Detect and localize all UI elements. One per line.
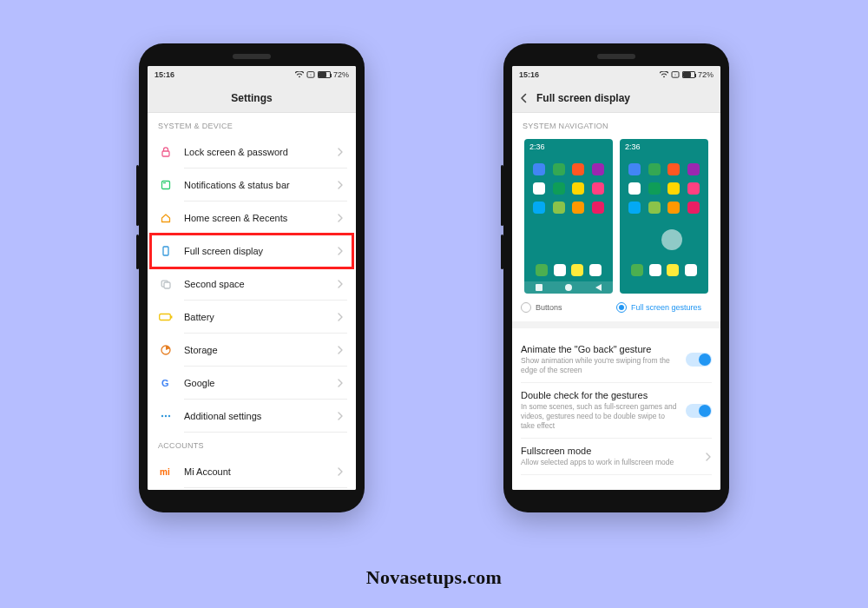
settings-row-google[interactable]: GGoogle	[148, 367, 356, 400]
battery-icon	[156, 313, 175, 321]
google-icon: G	[156, 377, 175, 389]
rotation-icon	[671, 71, 680, 78]
option-double-check-for-the-gestures[interactable]: Double check for the gesturesIn some sce…	[521, 383, 712, 439]
statusbar-time: 15:16	[155, 70, 174, 79]
preview-gestures[interactable]: 2:36	[620, 139, 708, 294]
settings-content[interactable]: SYSTEM & DEVICE Lock screen & passwordNo…	[148, 113, 356, 490]
chevron-right-icon	[337, 467, 347, 476]
settings-row-additional-settings[interactable]: Additional settings	[148, 400, 356, 433]
radio-buttons[interactable]: Buttons	[521, 302, 616, 313]
svg-point-14	[168, 415, 170, 417]
chevron-right-icon	[337, 280, 347, 288]
row-label: Storage	[175, 345, 337, 355]
preview-buttons[interactable]: 2:36	[524, 139, 613, 294]
chevron-left-icon	[519, 93, 529, 103]
row-label: Battery	[175, 312, 337, 322]
nav-radio-group: Buttons Full screen gestures	[521, 302, 712, 313]
notification-icon	[156, 179, 175, 191]
phone-mockup-settings: 15:16 72% Settings SYSTEM & DEVICE Lock …	[139, 43, 365, 512]
chevron-right-icon	[337, 379, 347, 387]
option-subtitle: Allow selected apps to work in fullscree…	[521, 458, 698, 467]
radio-fullscreen-gestures[interactable]: Full screen gestures	[616, 302, 712, 313]
svg-rect-7	[164, 282, 170, 288]
svg-rect-9	[171, 316, 172, 319]
home-icon	[156, 212, 175, 224]
svg-rect-2	[162, 151, 169, 156]
wifi-icon	[660, 71, 668, 78]
titlebar: Settings	[148, 83, 356, 113]
earpiece	[597, 54, 635, 59]
settings-row-full-screen-display[interactable]: Full screen display	[148, 235, 356, 268]
settings-row-lock-screen-password[interactable]: Lock screen & password	[148, 135, 356, 169]
chevron-right-icon	[337, 313, 347, 321]
section-label: ACCOUNTS	[148, 433, 356, 455]
settings-row-storage[interactable]: Storage	[148, 334, 356, 367]
fsd-content[interactable]: SYSTEM NAVIGATION 2:36 2:36	[512, 113, 720, 490]
option-subtitle: Show animation while you're swiping from…	[521, 356, 679, 375]
svg-rect-8	[160, 314, 171, 321]
toggle-switch[interactable]	[686, 353, 712, 367]
svg-point-13	[165, 415, 167, 417]
chevron-right-icon	[337, 412, 347, 420]
settings-row-second-space[interactable]: Second space	[148, 268, 356, 301]
option-title: Fullscreen mode	[521, 446, 698, 456]
chevron-right-icon	[337, 247, 347, 255]
section-label: SYSTEM NAVIGATION	[521, 113, 712, 135]
volume-rocker	[136, 165, 139, 226]
page-title: Full screen display	[536, 92, 630, 104]
divider	[512, 321, 720, 328]
svg-point-12	[161, 415, 163, 417]
status-bar: 15:16 72%	[148, 66, 356, 83]
row-label: Second space	[175, 279, 337, 289]
radio-icon	[616, 302, 627, 313]
fullscreen-icon	[156, 245, 175, 257]
chevron-right-icon	[337, 214, 347, 222]
settings-row-notifications-status-bar[interactable]: Notifications & status bar	[148, 169, 356, 202]
lock-icon	[156, 146, 175, 158]
option-fullscreen-mode[interactable]: Fullscreen modeAllow selected apps to wo…	[521, 439, 712, 475]
svg-text:mi: mi	[160, 467, 170, 477]
chevron-right-icon	[337, 181, 347, 189]
preview-time: 2:36	[625, 142, 641, 151]
preview-time: 2:36	[529, 142, 545, 151]
settings-row-battery[interactable]: Battery	[148, 301, 356, 334]
battery-icon	[682, 71, 695, 78]
chevron-right-icon	[337, 148, 347, 156]
svg-text:G: G	[161, 378, 169, 388]
chevron-right-icon	[337, 346, 347, 354]
more-icon	[156, 410, 175, 422]
nav-previews: 2:36 2:36	[521, 139, 712, 294]
earpiece	[233, 54, 271, 59]
row-label: Additional settings	[175, 411, 337, 421]
status-bar: 15:16 72%	[512, 66, 720, 83]
settings-row-mi-account[interactable]: miMi Account	[148, 455, 356, 488]
toggle-switch[interactable]	[686, 404, 712, 418]
mi-icon: mi	[156, 466, 175, 478]
row-label: Mi Account	[175, 466, 337, 477]
second-space-icon	[156, 278, 175, 290]
row-label: Notifications & status bar	[175, 180, 337, 190]
volume-rocker	[501, 165, 503, 226]
svg-rect-5	[163, 247, 168, 255]
rotation-icon	[306, 71, 315, 78]
back-button[interactable]	[519, 93, 529, 103]
option-animate-the-go-back-gesture[interactable]: Animate the "Go back" gestureShow animat…	[521, 337, 712, 383]
option-title: Double check for the gestures	[521, 390, 679, 400]
settings-row-home-screen-recents[interactable]: Home screen & Recents	[148, 202, 356, 235]
row-label: Google	[175, 378, 337, 388]
page-title: Settings	[231, 92, 272, 104]
svg-rect-3	[162, 182, 170, 189]
option-title: Animate the "Go back" gesture	[521, 344, 679, 354]
battery-icon	[318, 71, 331, 78]
section-system-device: SYSTEM & DEVICE Lock screen & passwordNo…	[148, 113, 356, 433]
svg-rect-4	[163, 182, 166, 183]
section-accounts: ACCOUNTS miMi Account	[148, 433, 356, 488]
row-label: Lock screen & password	[175, 147, 337, 157]
radio-icon	[521, 302, 531, 313]
wifi-icon	[295, 71, 304, 78]
row-label: Full screen display	[175, 246, 337, 256]
phone-mockup-fullscreen-display: 15:16 72% Full screen display SYSTEM NAV…	[503, 43, 729, 512]
storage-icon	[156, 344, 175, 356]
row-label: Home screen & Recents	[175, 213, 337, 223]
svg-point-17	[674, 74, 675, 75]
